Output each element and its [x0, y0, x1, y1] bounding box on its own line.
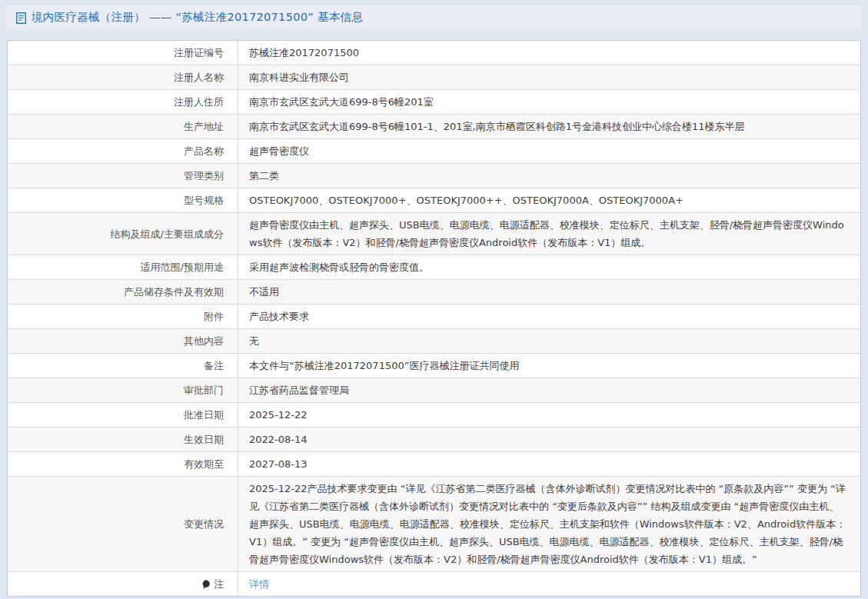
row-label: 注	[8, 572, 238, 596]
row-label: 注册证编号	[8, 41, 238, 65]
table-row: 审批部门江苏省药品监督管理局	[8, 378, 860, 403]
row-value-text: 超声骨密度仪	[249, 142, 309, 160]
row-value-text: 产品技术要求	[249, 308, 309, 325]
table-row: 其他内容无	[8, 329, 860, 354]
row-value-text: 2022-08-14	[249, 431, 308, 448]
row-label-text: 管理类别	[184, 167, 224, 185]
row-label-text: 注	[214, 575, 224, 593]
row-value: 本文件与“苏械注准20172071500”医疗器械注册证共同使用	[238, 354, 860, 378]
row-label-text: 注册证编号	[174, 44, 224, 62]
row-label-text: 结构及组成/主要组成成分	[111, 225, 224, 243]
row-label: 生效日期	[8, 428, 238, 451]
row-value: 南京市玄武区玄武大道699-8号6幢201室	[238, 90, 860, 114]
row-label-text: 附件	[204, 308, 224, 325]
table-row: 生效日期2022-08-14	[8, 428, 860, 452]
row-value: 超声骨密度仪由主机、超声探头、USB电缆、电源电缆、电源适配器、校准模块、定位标…	[238, 213, 860, 255]
row-label-text: 型号规格	[184, 191, 224, 209]
row-value: 江苏省药品监督管理局	[238, 378, 860, 402]
row-value: 不适用	[238, 280, 860, 304]
row-value-text: 采用超声波检测桡骨或胫骨的骨密度值。	[249, 258, 429, 276]
row-label-text: 生效日期	[184, 431, 224, 448]
row-value: 第二类	[238, 164, 860, 188]
row-label-text: 注册人住所	[174, 93, 224, 111]
row-label: 变更情况	[8, 477, 238, 571]
row-value-text: 本文件与“苏械注准20172071500”医疗器械注册证共同使用	[249, 357, 519, 374]
row-label: 批准日期	[8, 403, 238, 427]
row-label-text: 适用范围/预期用途	[141, 258, 224, 276]
row-label: 附件	[8, 304, 238, 328]
row-label: 结构及组成/主要组成成分	[8, 213, 238, 255]
row-label: 产品名称	[8, 139, 238, 163]
row-label-text: 有效期至	[184, 455, 224, 473]
table-row: 备注本文件与“苏械注准20172071500”医疗器械注册证共同使用	[8, 354, 860, 378]
row-value: 2025-12-22	[238, 403, 860, 427]
row-label-text: 产品名称	[184, 142, 224, 160]
row-value: OSTEOKJ7000、OSTEOKJ7000+、OSTEOKJ7000++、O…	[238, 188, 860, 212]
row-value-text: 南京科进实业有限公司	[249, 68, 349, 86]
table-row: 管理类别第二类	[8, 164, 860, 188]
row-value: 产品技术要求	[238, 304, 860, 328]
row-value-text: 南京市玄武区玄武大道699-8号6幢201室	[249, 93, 434, 111]
row-label: 注册人名称	[8, 65, 238, 89]
table-row: 产品名称超声骨密度仪	[8, 139, 860, 164]
row-value-text: OSTEOKJ7000、OSTEOKJ7000+、OSTEOKJ7000++、O…	[249, 191, 683, 209]
row-label: 适用范围/预期用途	[8, 255, 238, 279]
row-label-text: 备注	[204, 357, 224, 374]
row-value-text: 第二类	[249, 167, 279, 185]
row-label-text: 产品储存条件及有效期	[124, 283, 224, 301]
row-value: 无	[238, 329, 860, 353]
row-label: 生产地址	[8, 115, 238, 138]
row-label-text: 生产地址	[184, 118, 224, 135]
document-icon	[16, 12, 26, 24]
row-value: 苏械注准20172071500	[238, 41, 860, 65]
table-row: 注册证编号苏械注准20172071500	[8, 41, 860, 65]
row-value: 2025-12-22产品技术要求变更由 “详见《江苏省第二类医疗器械（含体外诊断…	[238, 477, 860, 571]
table-row: 有效期至2027-08-13	[8, 452, 860, 477]
row-label: 注册人住所	[8, 90, 238, 114]
table-row: 生产地址南京市玄武区玄武大道699-8号6幢101-1、201室,南京市栖霞区科…	[8, 115, 860, 139]
row-value: 详情	[238, 572, 860, 596]
table-row: 变更情况2025-12-22产品技术要求变更由 “详见《江苏省第二类医疗器械（含…	[8, 477, 860, 572]
registration-info-table: 注册证编号苏械注准20172071500注册人名称南京科进实业有限公司注册人住所…	[7, 40, 861, 597]
row-value-text: 苏械注准20172071500	[249, 44, 359, 62]
page-header: 境内医疗器械（注册） —— “苏械注准20172071500” 基本信息	[6, 5, 862, 30]
table-row: 附件产品技术要求	[8, 304, 860, 329]
row-label: 有效期至	[8, 452, 238, 476]
table-row: 注册人名称南京科进实业有限公司	[8, 65, 860, 90]
row-value: 2022-08-14	[238, 428, 860, 451]
table-row: 型号规格OSTEOKJ7000、OSTEOKJ7000+、OSTEOKJ7000…	[8, 188, 860, 213]
row-value-text: 2025-12-22产品技术要求变更由 “详见《江苏省第二类医疗器械（含体外诊断…	[249, 480, 848, 568]
row-value-text: 2027-08-13	[249, 455, 308, 473]
row-value-text: 2025-12-22	[249, 406, 308, 424]
row-value-text: 江苏省药品监督管理局	[249, 381, 349, 399]
row-label: 审批部门	[8, 378, 238, 402]
row-label-text: 变更情况	[184, 515, 224, 533]
table-row: 产品储存条件及有效期不适用	[8, 280, 860, 304]
row-value: 2027-08-13	[238, 452, 860, 476]
row-label: 其他内容	[8, 329, 238, 353]
bulb-icon	[201, 580, 211, 590]
row-value-text: 无	[249, 332, 259, 350]
row-label: 型号规格	[8, 188, 238, 212]
row-value: 南京市玄武区玄武大道699-8号6幢101-1、201室,南京市栖霞区科创路1号…	[238, 115, 860, 138]
row-label: 产品储存条件及有效期	[8, 280, 238, 304]
table-row: 结构及组成/主要组成成分超声骨密度仪由主机、超声探头、USB电缆、电源电缆、电源…	[8, 213, 860, 255]
table-row: 注详情	[8, 572, 860, 596]
row-label: 备注	[8, 354, 238, 378]
row-value-text: 超声骨密度仪由主机、超声探头、USB电缆、电源电缆、电源适配器、校准模块、定位标…	[249, 216, 848, 251]
row-value-text: 不适用	[249, 283, 279, 301]
page-title: 境内医疗器械（注册） —— “苏械注准20172071500” 基本信息	[32, 10, 363, 25]
row-label-text: 其他内容	[184, 332, 224, 350]
row-value: 超声骨密度仪	[238, 139, 860, 163]
row-value: 采用超声波检测桡骨或胫骨的骨密度值。	[238, 255, 860, 279]
row-label-text: 批准日期	[184, 406, 224, 424]
table-row: 注册人住所南京市玄武区玄武大道699-8号6幢201室	[8, 90, 860, 115]
row-label-text: 注册人名称	[174, 68, 224, 86]
row-label: 管理类别	[8, 164, 238, 188]
details-link[interactable]: 详情	[249, 575, 269, 593]
row-label-text: 审批部门	[184, 381, 224, 399]
row-value: 南京科进实业有限公司	[238, 65, 860, 89]
row-value-text: 南京市玄武区玄武大道699-8号6幢101-1、201室,南京市栖霞区科创路1号…	[249, 118, 745, 135]
table-row: 适用范围/预期用途采用超声波检测桡骨或胫骨的骨密度值。	[8, 255, 860, 280]
table-row: 批准日期2025-12-22	[8, 403, 860, 428]
